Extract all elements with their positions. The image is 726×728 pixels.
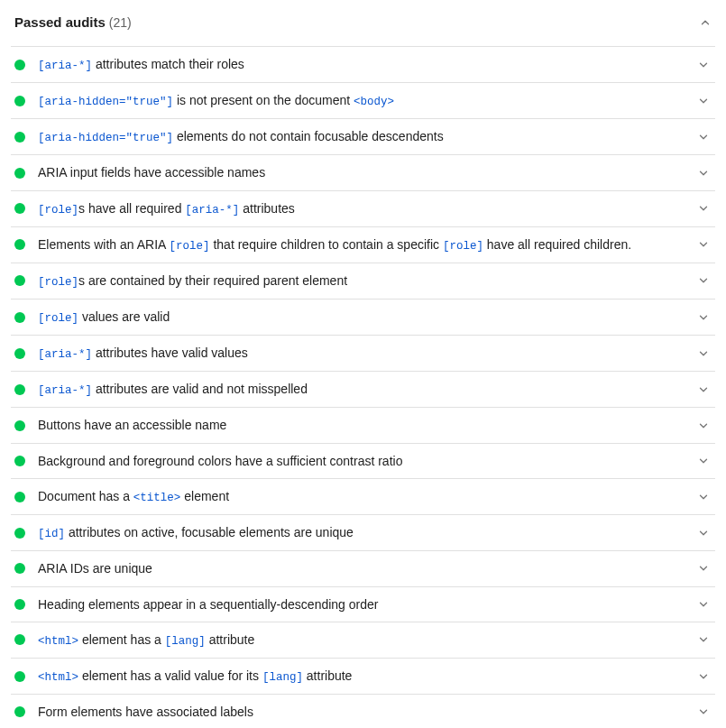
text-token: attributes match their roles [92,57,244,71]
audit-text: ARIA input fields have accessible names [38,163,685,181]
text-token: attributes on active, focusable elements… [65,525,354,539]
chevron-down-icon [697,59,710,71]
pass-dot-icon [14,492,25,502]
text-token: attributes are valid and not misspelled [92,382,308,396]
chevron-down-icon [697,167,710,180]
audit-text: Form elements have associated labels [38,703,685,721]
chevron-down-icon [697,705,710,718]
text-token: s are contained by their required parent… [78,273,347,288]
text-token: have all required children. [483,237,631,252]
audit-row[interactable]: ARIA IDs are unique [11,551,715,586]
audit-text: Document has a <title> element [38,487,685,506]
audit-text: ARIA IDs are unique [38,559,685,577]
code-token: [aria-*] [38,348,92,361]
text-token: Background and foreground colors have a … [38,454,402,468]
audit-text: <html> element has a valid value for its… [38,667,685,686]
audit-row[interactable]: [aria-*] attributes are valid and not mi… [11,372,715,408]
pass-dot-icon [14,706,25,717]
audit-row[interactable]: [role]s are contained by their required … [11,263,715,299]
audit-row[interactable]: [aria-*] attributes have valid values [11,336,715,372]
text-token: is not present on the document [173,93,354,107]
audit-row[interactable]: [id] attributes on active, focusable ele… [11,515,715,551]
pass-dot-icon [14,563,25,574]
code-token: [aria-*] [185,204,239,217]
header-title: Passed audits [14,14,106,30]
passed-audits-header[interactable]: Passed audits (21) [11,7,715,46]
audit-text: [aria-*] attributes are valid and not mi… [38,380,685,399]
text-token: Form elements have associated labels [38,705,253,719]
code-token: [aria-hidden="true"] [38,132,173,144]
pass-dot-icon [14,239,25,250]
text-token: attribute [206,632,254,647]
header-count: (21) [109,15,132,30]
audit-text: Buttons have an accessible name [38,416,685,434]
code-token: [role] [38,312,78,325]
audit-text: <html> element has a [lang] attribute [38,631,685,650]
audit-row[interactable]: Form elements have associated labels [11,695,715,728]
pass-dot-icon [14,384,25,395]
audit-row[interactable]: [aria-hidden="true"] elements do not con… [11,119,715,155]
audit-text: [id] attributes on active, focusable ele… [38,523,685,542]
audit-text: Elements with an ARIA [role] that requir… [38,235,685,254]
text-token: element [180,489,229,503]
code-token: [role] [443,240,483,253]
chevron-down-icon [697,347,710,360]
code-token: [role] [38,204,78,217]
audit-text: [aria-*] attributes match their roles [38,55,685,74]
text-token: attribute [303,668,352,683]
audit-text: [aria-*] attributes have valid values [38,344,685,363]
pass-dot-icon [14,132,25,143]
audit-row[interactable]: [aria-hidden="true"] is not present on t… [11,83,715,119]
code-token: [aria-hidden="true"] [38,96,173,108]
chevron-down-icon [697,491,710,503]
text-token: ARIA input fields have accessible names [38,165,265,180]
pass-dot-icon [14,312,25,323]
chevron-down-icon [697,455,710,467]
pass-dot-icon [14,348,25,359]
audit-row[interactable]: [role] values are valid [11,299,715,336]
code-token: [lang] [165,635,206,648]
chevron-down-icon [697,419,710,432]
text-token: elements do not contain focusable descen… [173,129,444,143]
pass-dot-icon [14,671,25,682]
audit-row[interactable]: Elements with an ARIA [role] that requir… [11,227,715,263]
audit-row[interactable]: Heading elements appear in a sequentiall… [11,587,715,622]
pass-dot-icon [14,456,25,466]
text-token: element has a valid value for its [78,668,262,683]
pass-dot-icon [14,528,25,539]
audit-text: [aria-hidden="true"] is not present on t… [38,91,685,110]
text-token: Elements with an ARIA [38,237,170,252]
chevron-down-icon [697,131,710,143]
text-token: Heading elements appear in a sequentiall… [38,597,378,612]
code-token: [lang] [262,671,303,684]
audit-row[interactable]: Document has a <title> element [11,479,715,515]
audit-row[interactable]: [aria-*] attributes match their roles [11,47,715,83]
code-token: [id] [38,528,65,540]
audit-row[interactable]: <html> element has a valid value for its… [11,659,715,695]
chevron-down-icon [697,598,710,611]
text-token: Document has a [38,489,133,503]
text-token: values are valid [78,309,170,324]
code-token: <body> [354,96,394,108]
text-token: attributes have valid values [92,346,248,360]
pass-dot-icon [14,168,25,179]
audit-row[interactable]: [role]s have all required [aria-*] attri… [11,191,715,227]
audit-row[interactable]: <html> element has a [lang] attribute [11,622,715,659]
chevron-down-icon [697,311,710,324]
chevron-down-icon [697,562,710,575]
chevron-up-icon [699,16,712,29]
audit-text: [role] values are valid [38,308,685,327]
text-token: attributes [239,201,294,216]
code-token: [aria-*] [38,384,92,397]
chevron-down-icon [697,633,710,646]
chevron-down-icon [697,202,710,215]
pass-dot-icon [14,420,25,431]
audit-row[interactable]: Buttons have an accessible name [11,408,715,443]
code-token: <html> [38,635,78,648]
chevron-down-icon [697,238,710,251]
audit-text: Background and foreground colors have a … [38,452,685,470]
pass-dot-icon [14,275,25,286]
audit-row[interactable]: ARIA input fields have accessible names [11,155,715,190]
text-token: that require children to contain a speci… [210,237,443,252]
audit-row[interactable]: Background and foreground colors have a … [11,444,715,479]
